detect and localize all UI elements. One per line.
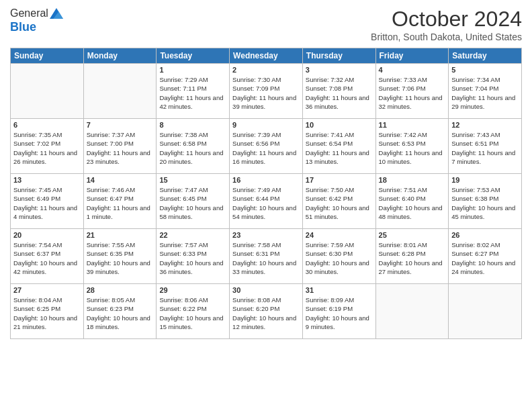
daylight-text: Daylight: 11 hours and 42 minutes. [159, 93, 226, 111]
sunset-text: Sunset: 6:33 PM [159, 249, 226, 258]
day-info: Sunrise: 8:09 AM Sunset: 6:19 PM Dayligh… [306, 295, 373, 331]
daylight-text: Daylight: 10 hours and 12 minutes. [232, 314, 300, 332]
day-info: Sunrise: 7:38 AM Sunset: 6:58 PM Dayligh… [159, 130, 226, 166]
calendar-cell-w1-d3: 1 Sunrise: 7:29 AM Sunset: 7:11 PM Dayli… [157, 64, 230, 119]
sunset-text: Sunset: 6:56 PM [232, 139, 300, 148]
sunrise-text: Sunrise: 8:01 AM [379, 240, 446, 249]
daylight-text: Daylight: 10 hours and 9 minutes. [306, 314, 373, 332]
sunrise-text: Sunrise: 8:09 AM [306, 295, 373, 304]
sunrise-text: Sunrise: 7:34 AM [451, 75, 519, 84]
calendar-cell-w1-d6: 4 Sunrise: 7:33 AM Sunset: 7:06 PM Dayli… [375, 64, 449, 119]
day-number: 4 [379, 66, 446, 74]
header: General Blue October 2024 Britton, South… [10, 7, 522, 42]
day-number: 7 [87, 121, 154, 129]
calendar-cell-w5-d7 [449, 284, 522, 339]
day-number: 18 [379, 176, 446, 184]
calendar-week-5: 27 Sunrise: 8:04 AM Sunset: 6:25 PM Dayl… [11, 284, 522, 339]
day-info: Sunrise: 7:53 AM Sunset: 6:38 PM Dayligh… [451, 185, 519, 221]
calendar-cell-w2-d4: 9 Sunrise: 7:39 AM Sunset: 6:56 PM Dayli… [230, 119, 303, 174]
calendar-cell-w2-d7: 12 Sunrise: 7:43 AM Sunset: 6:51 PM Dayl… [449, 119, 522, 174]
day-number: 6 [13, 121, 81, 129]
day-info: Sunrise: 7:50 AM Sunset: 6:42 PM Dayligh… [306, 185, 373, 221]
sunrise-text: Sunrise: 7:53 AM [451, 185, 519, 194]
logo-icon [50, 7, 63, 20]
day-info: Sunrise: 7:35 AM Sunset: 7:02 PM Dayligh… [13, 130, 81, 166]
calendar-cell-w4-d1: 20 Sunrise: 7:54 AM Sunset: 6:37 PM Dayl… [11, 229, 84, 284]
calendar-cell-w4-d2: 21 Sunrise: 7:55 AM Sunset: 6:35 PM Dayl… [83, 229, 157, 284]
day-number: 9 [232, 121, 300, 129]
logo: General Blue [10, 7, 63, 34]
sunset-text: Sunset: 6:49 PM [13, 194, 81, 203]
day-number: 23 [232, 231, 300, 239]
sunrise-text: Sunrise: 7:39 AM [232, 130, 300, 139]
col-saturday: Saturday [449, 48, 522, 64]
day-info: Sunrise: 7:43 AM Sunset: 6:51 PM Dayligh… [451, 130, 519, 166]
calendar-cell-w5-d1: 27 Sunrise: 8:04 AM Sunset: 6:25 PM Dayl… [11, 284, 84, 339]
calendar-cell-w2-d1: 6 Sunrise: 7:35 AM Sunset: 7:02 PM Dayli… [11, 119, 84, 174]
sunset-text: Sunset: 7:06 PM [379, 84, 446, 93]
sunrise-text: Sunrise: 8:02 AM [451, 240, 519, 249]
col-sunday: Sunday [11, 48, 84, 64]
day-number: 5 [451, 66, 519, 74]
daylight-text: Daylight: 10 hours and 45 minutes. [451, 203, 519, 222]
day-info: Sunrise: 7:32 AM Sunset: 7:08 PM Dayligh… [306, 75, 373, 111]
day-info: Sunrise: 8:01 AM Sunset: 6:28 PM Dayligh… [379, 240, 446, 276]
daylight-text: Daylight: 10 hours and 27 minutes. [379, 259, 446, 277]
daylight-text: Daylight: 11 hours and 20 minutes. [159, 148, 226, 167]
daylight-text: Daylight: 10 hours and 51 minutes. [306, 203, 373, 222]
calendar-cell-w1-d5: 3 Sunrise: 7:32 AM Sunset: 7:08 PM Dayli… [302, 64, 375, 119]
sunset-text: Sunset: 7:04 PM [451, 84, 519, 93]
calendar-cell-w3-d4: 16 Sunrise: 7:49 AM Sunset: 6:44 PM Dayl… [230, 174, 303, 229]
sunset-text: Sunset: 6:22 PM [159, 304, 226, 313]
daylight-text: Daylight: 10 hours and 58 minutes. [159, 203, 226, 222]
day-number: 24 [306, 231, 373, 239]
day-number: 30 [232, 286, 300, 294]
calendar-week-4: 20 Sunrise: 7:54 AM Sunset: 6:37 PM Dayl… [11, 229, 522, 284]
day-number: 1 [159, 66, 226, 74]
day-info: Sunrise: 7:42 AM Sunset: 6:53 PM Dayligh… [379, 130, 446, 166]
calendar-cell-w3-d1: 13 Sunrise: 7:45 AM Sunset: 6:49 PM Dayl… [11, 174, 84, 229]
calendar-cell-w3-d6: 18 Sunrise: 7:51 AM Sunset: 6:40 PM Dayl… [375, 174, 449, 229]
day-info: Sunrise: 7:45 AM Sunset: 6:49 PM Dayligh… [13, 185, 81, 221]
calendar-cell-w1-d4: 2 Sunrise: 7:30 AM Sunset: 7:09 PM Dayli… [230, 64, 303, 119]
day-info: Sunrise: 8:06 AM Sunset: 6:22 PM Dayligh… [159, 295, 226, 331]
sunset-text: Sunset: 6:53 PM [379, 139, 446, 148]
day-number: 11 [379, 121, 446, 129]
sunrise-text: Sunrise: 7:43 AM [451, 130, 519, 139]
sunset-text: Sunset: 6:47 PM [87, 194, 154, 203]
calendar-header-row: Sunday Monday Tuesday Wednesday Thursday… [11, 48, 522, 64]
calendar-week-1: 1 Sunrise: 7:29 AM Sunset: 7:11 PM Dayli… [11, 64, 522, 119]
col-thursday: Thursday [302, 48, 375, 64]
day-number: 10 [306, 121, 373, 129]
calendar-week-3: 13 Sunrise: 7:45 AM Sunset: 6:49 PM Dayl… [11, 174, 522, 229]
calendar-cell-w3-d3: 15 Sunrise: 7:47 AM Sunset: 6:45 PM Dayl… [157, 174, 230, 229]
sunrise-text: Sunrise: 7:29 AM [159, 75, 226, 84]
day-number: 2 [232, 66, 300, 74]
calendar-cell-w1-d7: 5 Sunrise: 7:34 AM Sunset: 7:04 PM Dayli… [449, 64, 522, 119]
sunset-text: Sunset: 7:09 PM [232, 84, 300, 93]
sunrise-text: Sunrise: 7:42 AM [379, 130, 446, 139]
calendar-cell-w4-d7: 26 Sunrise: 8:02 AM Sunset: 6:27 PM Dayl… [449, 229, 522, 284]
col-wednesday: Wednesday [230, 48, 303, 64]
day-info: Sunrise: 7:58 AM Sunset: 6:31 PM Dayligh… [232, 240, 300, 276]
sunset-text: Sunset: 6:54 PM [306, 139, 373, 148]
day-info: Sunrise: 8:04 AM Sunset: 6:25 PM Dayligh… [13, 295, 81, 331]
sunrise-text: Sunrise: 7:51 AM [379, 185, 446, 194]
sunset-text: Sunset: 6:38 PM [451, 194, 519, 203]
sunrise-text: Sunrise: 7:37 AM [87, 130, 154, 139]
day-number: 20 [13, 231, 81, 239]
day-info: Sunrise: 7:29 AM Sunset: 7:11 PM Dayligh… [159, 75, 226, 111]
calendar-cell-w2-d3: 8 Sunrise: 7:38 AM Sunset: 6:58 PM Dayli… [157, 119, 230, 174]
sunrise-text: Sunrise: 7:54 AM [13, 240, 81, 249]
sunset-text: Sunset: 6:25 PM [13, 304, 81, 313]
calendar-table: Sunday Monday Tuesday Wednesday Thursday… [10, 48, 522, 339]
sunset-text: Sunset: 6:28 PM [379, 249, 446, 258]
day-number: 12 [451, 121, 519, 129]
col-tuesday: Tuesday [157, 48, 230, 64]
daylight-text: Daylight: 10 hours and 30 minutes. [306, 259, 373, 277]
sunset-text: Sunset: 7:11 PM [159, 84, 226, 93]
sunset-text: Sunset: 7:00 PM [87, 139, 154, 148]
day-number: 14 [87, 176, 154, 184]
day-info: Sunrise: 7:55 AM Sunset: 6:35 PM Dayligh… [87, 240, 154, 276]
calendar-cell-w2-d5: 10 Sunrise: 7:41 AM Sunset: 6:54 PM Dayl… [302, 119, 375, 174]
